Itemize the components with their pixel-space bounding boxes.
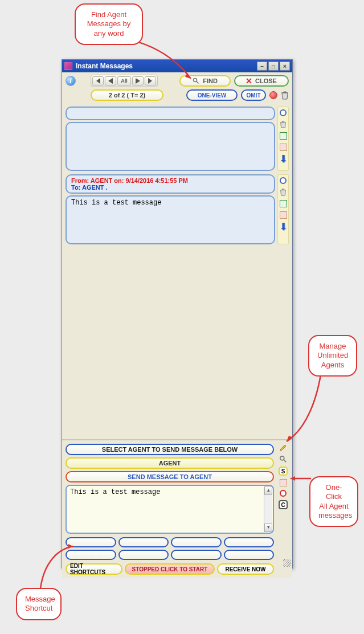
arrow-down-icon[interactable]: ⬇ xyxy=(279,223,288,231)
nav-next-button[interactable] xyxy=(132,76,144,85)
record-nav-group: All xyxy=(91,75,158,87)
record-indicator[interactable] xyxy=(269,91,277,99)
shortcut-button[interactable] xyxy=(224,537,275,547)
nav-first-button[interactable] xyxy=(92,76,104,85)
s-button[interactable]: S xyxy=(279,467,288,476)
flag-green[interactable] xyxy=(280,200,287,207)
arrow-down-icon[interactable]: ⬇ xyxy=(279,155,288,163)
svg-line-5 xyxy=(284,460,286,462)
c-button[interactable]: C xyxy=(279,500,288,509)
close-button[interactable]: CLOSE xyxy=(234,75,289,87)
callout-find: Find Agent Messages by any word xyxy=(75,3,143,45)
pencil-icon[interactable] xyxy=(279,444,287,452)
close-window-button[interactable]: × xyxy=(280,62,290,71)
flag-pink[interactable] xyxy=(280,479,287,486)
omit-button[interactable]: OMIT xyxy=(241,89,266,101)
shortcut-button[interactable] xyxy=(224,550,275,560)
message-side-controls: ⬇ xyxy=(277,174,289,244)
compose-text-input[interactable]: This is a test message ▴ ▾ xyxy=(66,485,274,534)
search-icon[interactable] xyxy=(279,455,287,463)
shortcut-grid xyxy=(66,537,274,560)
message-item: ⬇ xyxy=(66,107,289,171)
info-icon[interactable]: i xyxy=(66,76,76,86)
message-header[interactable]: From: AGENT on: 9/14/2016 4:51:55 PM To:… xyxy=(66,174,275,194)
select-agent-button[interactable]: SELECT AGENT TO SEND MESSAGE BELOW xyxy=(66,444,274,455)
toggle-receive-button[interactable]: STOPPED CLICK TO START xyxy=(125,563,215,575)
message-item: From: AGENT on: 9/14/2016 4:51:55 PM To:… xyxy=(66,174,289,244)
status-ring-icon[interactable] xyxy=(280,177,287,184)
window-title: Instant Messages xyxy=(76,62,133,70)
receive-now-button[interactable]: RECEIVE NOW xyxy=(217,563,274,575)
message-body[interactable] xyxy=(66,122,275,171)
resize-grip[interactable] xyxy=(283,559,291,567)
toolbar: i All FIND xyxy=(62,72,292,104)
scroll-down-button[interactable]: ▾ xyxy=(264,523,272,532)
callout-oneclick: One-Click All Agent messages xyxy=(309,476,358,527)
shortcut-button[interactable] xyxy=(118,537,169,547)
find-button[interactable]: FIND xyxy=(179,75,231,87)
trash-icon[interactable] xyxy=(280,120,287,128)
shortcut-button[interactable] xyxy=(171,550,222,560)
message-from: From: AGENT on: 9/14/2016 4:51:55 PM xyxy=(71,177,269,184)
compose-panel: SELECT AGENT TO SEND MESSAGE BELOW AGENT… xyxy=(62,439,292,578)
minimize-button[interactable]: – xyxy=(257,62,267,71)
send-message-button[interactable]: SEND MESSAGE TO AGENT xyxy=(66,471,274,482)
nav-all-button[interactable]: All xyxy=(117,76,131,85)
nav-last-button[interactable] xyxy=(145,76,156,85)
trash-icon[interactable] xyxy=(280,188,287,196)
message-body[interactable]: This is a test message xyxy=(66,195,275,244)
scroll-up-button[interactable]: ▴ xyxy=(264,486,272,495)
message-to: To: AGENT . xyxy=(71,184,269,191)
message-header[interactable] xyxy=(66,107,275,120)
search-icon xyxy=(193,77,199,84)
shortcut-button[interactable] xyxy=(66,537,116,547)
shortcut-button[interactable] xyxy=(118,550,169,560)
message-side-controls: ⬇ xyxy=(277,107,289,171)
shortcut-button[interactable] xyxy=(66,550,116,560)
callout-shortcut: Message Shortcut xyxy=(16,588,62,620)
callout-manage: Manage Unlimited Agents xyxy=(308,335,357,377)
svg-line-1 xyxy=(197,81,199,84)
scrollbar[interactable]: ▴ ▾ xyxy=(264,486,272,532)
flag-pink[interactable] xyxy=(280,211,287,219)
app-icon xyxy=(64,62,72,70)
record-counter: 2 of 2 ( T= 2) xyxy=(91,89,163,101)
nav-prev-button[interactable] xyxy=(105,76,116,85)
shortcut-button[interactable] xyxy=(171,537,222,547)
flag-green[interactable] xyxy=(280,132,287,140)
close-icon xyxy=(246,78,252,84)
svg-point-4 xyxy=(280,456,284,460)
one-view-button[interactable]: ONE-VIEW xyxy=(186,89,238,101)
agent-selector[interactable]: AGENT xyxy=(66,457,274,469)
maximize-button[interactable]: □ xyxy=(268,62,279,71)
instant-messages-window: Instant Messages – □ × i All xyxy=(62,59,293,568)
record-indicator-outline[interactable] xyxy=(280,490,287,497)
status-ring-icon[interactable] xyxy=(280,109,287,116)
flag-pink[interactable] xyxy=(280,144,287,151)
message-list: ⬇ From: AGENT on: 9/14/2016 4:51:55 PM T… xyxy=(62,104,292,439)
titlebar: Instant Messages – □ × xyxy=(62,60,292,72)
edit-shortcuts-button[interactable]: EDIT SHORTCUTS xyxy=(66,563,122,575)
trash-icon[interactable] xyxy=(281,91,289,100)
svg-point-0 xyxy=(194,79,197,82)
